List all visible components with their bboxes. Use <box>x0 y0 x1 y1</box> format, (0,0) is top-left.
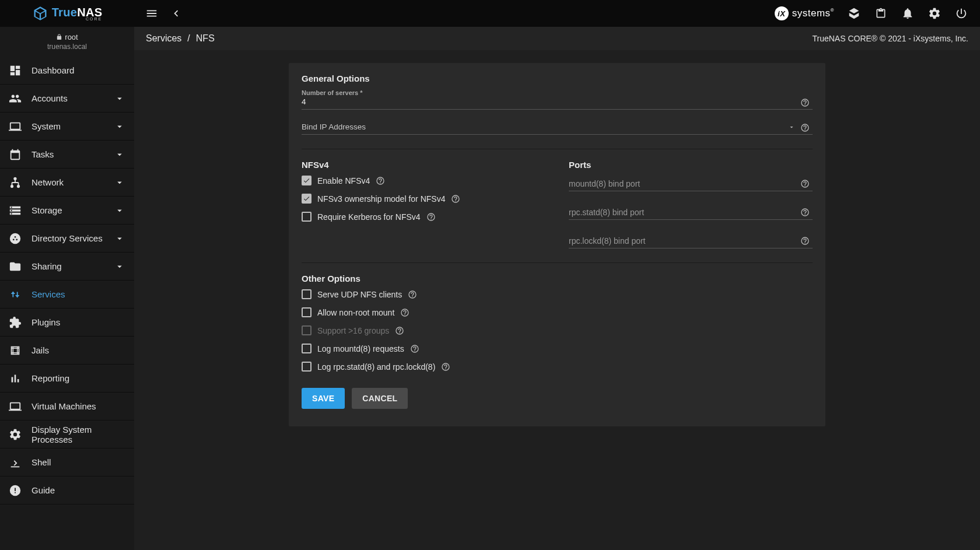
nav-icon <box>8 484 22 498</box>
log-rpc-checkbox[interactable]: Log rpc.statd(8) and rpc.lockd(8) <box>302 362 813 372</box>
nfsv3-ownership-checkbox[interactable]: NFSv3 ownership model for NFSv4 <box>302 194 545 204</box>
dropdown-arrow-icon[interactable] <box>788 122 795 133</box>
checkbox-checked-icon <box>302 176 312 185</box>
help-icon[interactable] <box>376 176 385 185</box>
sidebar-item-label: Guide <box>32 485 125 495</box>
num-servers-field[interactable]: Number of servers * 4 <box>302 89 813 110</box>
sidebar-item-dashboard[interactable]: Dashboard <box>0 57 134 85</box>
sidebar-item-label: Plugins <box>32 317 125 327</box>
copyright-text: TrueNAS CORE® © 2021 - iXsystems, Inc. <box>812 34 968 43</box>
sidebar-item-network[interactable]: Network <box>0 169 134 197</box>
log-mountd-checkbox[interactable]: Log mountd(8) requests <box>302 344 813 353</box>
brand-logo[interactable]: TrueNAS CORE <box>0 0 134 27</box>
help-icon[interactable] <box>410 344 419 353</box>
nav-icon <box>8 372 22 386</box>
notifications-icon[interactable] <box>901 6 915 20</box>
chevron-down-icon <box>114 205 125 216</box>
clipboard-icon[interactable] <box>874 6 888 20</box>
ix-icon: iX <box>775 6 789 20</box>
sidebar-item-guide[interactable]: Guide <box>0 477 134 505</box>
help-icon[interactable] <box>797 236 813 246</box>
truenas-cube-icon <box>32 5 48 22</box>
sidebar-item-display-system-processes[interactable]: Display System Processes <box>0 421 134 449</box>
checkbox-icon <box>302 325 312 335</box>
section-ports-title: Ports <box>569 160 813 170</box>
sidebar-item-label: Tasks <box>32 149 105 159</box>
sidebar-item-directory-services[interactable]: Directory Services <box>0 225 134 253</box>
help-icon[interactable] <box>451 194 460 204</box>
user-host: truenas.local <box>0 43 134 51</box>
sidebar-item-label: Reporting <box>32 373 125 383</box>
content-area: Services / NFS TrueNAS CORE® © 2021 - iX… <box>134 27 980 550</box>
section-general-title: General Options <box>302 73 813 83</box>
sidebar-item-jails[interactable]: Jails <box>0 337 134 365</box>
bind-ip-label: Bind IP Addresses <box>302 122 788 133</box>
sidebar: root truenas.local DashboardAccountsSyst… <box>0 27 134 550</box>
checkbox-icon <box>302 344 312 353</box>
sidebar-item-storage[interactable]: Storage <box>0 197 134 225</box>
bind-ip-field[interactable]: Bind IP Addresses <box>302 122 813 135</box>
help-icon[interactable] <box>400 308 410 317</box>
save-button[interactable]: SAVE <box>302 388 345 409</box>
help-icon[interactable] <box>395 326 404 335</box>
nav-icon <box>8 120 22 134</box>
breadcrumb-services[interactable]: Services <box>146 33 181 44</box>
nav-icon <box>8 148 22 162</box>
breadcrumb-nfs[interactable]: NFS <box>196 33 215 44</box>
nav-icon <box>8 456 22 470</box>
sidebar-item-plugins[interactable]: Plugins <box>0 309 134 337</box>
checkbox-checked-icon <box>302 194 312 204</box>
help-icon[interactable] <box>441 362 450 372</box>
section-other-title: Other Options <box>302 274 813 283</box>
num-servers-value[interactable]: 4 <box>302 97 797 108</box>
help-icon[interactable] <box>797 123 813 132</box>
sidebar-item-virtual-machines[interactable]: Virtual Machines <box>0 393 134 421</box>
chevron-down-icon <box>114 149 125 160</box>
breadcrumb: Services / NFS TrueNAS CORE® © 2021 - iX… <box>134 27 980 50</box>
chevron-down-icon <box>114 261 125 272</box>
sidebar-item-reporting[interactable]: Reporting <box>0 365 134 393</box>
checkbox-icon <box>302 212 312 222</box>
menu-toggle-button[interactable] <box>145 6 159 20</box>
truecommand-icon[interactable] <box>847 6 861 20</box>
sidebar-item-tasks[interactable]: Tasks <box>0 141 134 169</box>
settings-icon[interactable] <box>928 6 942 20</box>
allow-nonroot-label: Allow non-root mount <box>317 308 394 317</box>
nav-icon <box>8 232 22 246</box>
help-icon[interactable] <box>797 98 813 107</box>
sidebar-item-accounts[interactable]: Accounts <box>0 85 134 113</box>
nav-icon <box>8 428 22 442</box>
nav-icon <box>8 260 22 274</box>
help-icon[interactable] <box>426 212 436 222</box>
sidebar-item-label: Shell <box>32 457 125 467</box>
help-icon[interactable] <box>408 290 417 299</box>
chevron-down-icon <box>114 121 125 132</box>
sidebar-item-services[interactable]: Services <box>0 281 134 309</box>
power-icon[interactable] <box>954 6 968 20</box>
chevron-down-icon <box>114 233 125 244</box>
checkbox-icon <box>302 289 312 299</box>
sidebar-item-label: Accounts <box>32 93 105 103</box>
statd-port-field[interactable]: rpc.statd(8) bind port <box>569 204 813 220</box>
require-kerberos-checkbox[interactable]: Require Kerberos for NFSv4 <box>302 212 545 222</box>
enable-nfsv4-checkbox[interactable]: Enable NFSv4 <box>302 176 545 185</box>
topbar: TrueNAS CORE iX systems® <box>0 0 980 27</box>
ixsystems-logo[interactable]: iX systems® <box>775 6 834 20</box>
cancel-button[interactable]: CANCEL <box>352 388 408 409</box>
nav-icon <box>8 316 22 330</box>
sidebar-item-shell[interactable]: Shell <box>0 449 134 477</box>
nav-icon <box>8 288 22 302</box>
checkbox-icon <box>302 362 312 372</box>
allow-nonroot-checkbox[interactable]: Allow non-root mount <box>302 307 813 317</box>
sidebar-item-sharing[interactable]: Sharing <box>0 253 134 281</box>
user-block: root truenas.local <box>0 27 134 57</box>
help-icon[interactable] <box>797 179 813 188</box>
serve-udp-checkbox[interactable]: Serve UDP NFS clients <box>302 289 813 299</box>
nav-icon <box>8 344 22 358</box>
help-icon[interactable] <box>797 208 813 217</box>
statd-port-label: rpc.statd(8) bind port <box>569 208 797 217</box>
back-button[interactable] <box>169 6 183 20</box>
sidebar-item-system[interactable]: System <box>0 113 134 141</box>
lockd-port-field[interactable]: rpc.lockd(8) bind port <box>569 233 813 248</box>
mountd-port-field[interactable]: mountd(8) bind port <box>569 176 813 191</box>
